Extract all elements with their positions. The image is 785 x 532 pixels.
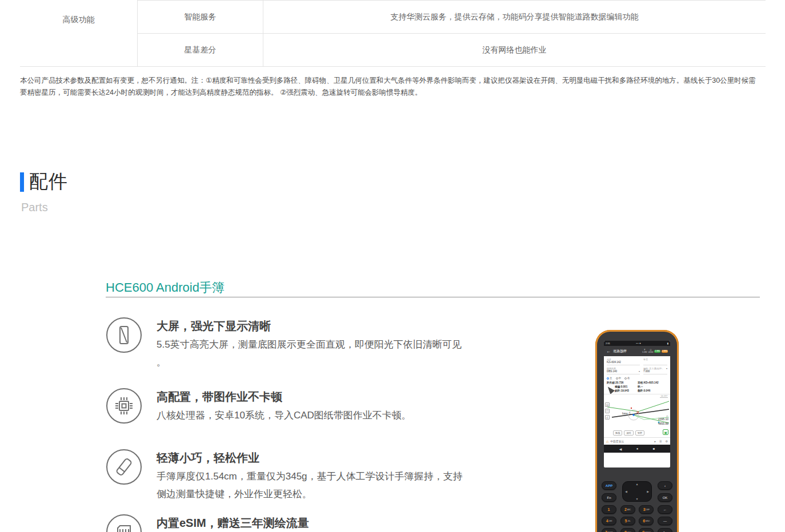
antenna-indicator: Ŧ 1.182 (642, 349, 647, 353)
feature-item: 轻薄小巧，轻松作业 手簿厚度仅1.54cm，重量仅为345g，基于人体工学设计手… (106, 449, 483, 503)
accent-bar (20, 172, 24, 192)
battery-icon: ▮ (667, 342, 668, 345)
svg-text:base_1: base_1 (622, 412, 631, 415)
product-title: HCE600 Android手簿 (106, 279, 225, 296)
device-body: 2:31 ▪ ▪ ✦ ▮ ← 道路放样 Ŧ 1.182 ⛁ 42/44 (597, 332, 677, 532)
key-1: 1 (602, 505, 616, 514)
physical-keypad: APP ▲ ▼ ◀ ▶ ‹ Fn OK 1 2ABC 3DEF (602, 481, 672, 532)
product-page: 高级功能 智能服务 支持华测云服务，提供云存储，功能码分享提供智能道路数据编辑功… (0, 0, 785, 532)
feature-title: 轻薄小巧，轻松作业 (157, 449, 470, 466)
nav-home-icon: ● (636, 447, 639, 450)
back-key: ‹ (658, 481, 672, 490)
svg-text:4855.88: 4855.88 (658, 422, 668, 425)
nav-back-icon: ◀ (619, 447, 622, 451)
back-arrow-icon: ← (606, 349, 611, 354)
stakeout-stats: 距目标:20.736里程:KD+605.142 横偏:0.001纵:-- 斜距:… (604, 381, 670, 393)
feature-desc: 手簿厚度仅1.54cm，重量仅为345g，基于人体工学设计手簿握持，支持侧边测量… (157, 467, 470, 503)
chevron-down-icon: ▾ (666, 367, 667, 370)
key-7: 7PQRS (602, 528, 616, 532)
sim-card-icon (106, 514, 142, 532)
switch-line-button: 换线 (613, 430, 622, 436)
cpu-icon (106, 388, 142, 424)
line-list-field: 线路列表 DBS.140▾ (607, 367, 640, 374)
section-subtitle: Parts (21, 201, 68, 214)
key-8: 8TUV (620, 528, 635, 532)
device-screen: 2:31 ▪ ▪ ✦ ▮ ← 道路放样 Ŧ 1.182 ⛁ 42/44 (604, 341, 670, 467)
select-box-icon: ☐ (605, 409, 610, 413)
map-view: 14.197 base_1 2395.10 4855.88 (604, 394, 670, 437)
magnifier-icon: ⌕ (666, 414, 668, 418)
aa-key: Aa (658, 528, 672, 532)
space-key: — (658, 517, 672, 525)
key-5: 5JKL (620, 517, 635, 525)
key-4: 4GHI (602, 517, 616, 525)
status-bar: 2:31 ▪ ▪ ✦ ▮ (604, 341, 670, 346)
point-name-field: 点名 KZ+604.142 (607, 358, 640, 365)
feature-desc: 八核处理器，安卓10系统，导入CAD图纸带图作业不卡顿。 (157, 406, 470, 424)
spec-value-cell: 支持华测云服务，提供云存储，功能码分享提供智能道路数据编辑功能 (263, 1, 766, 33)
android-nav-bar: ◀ ● ■ (604, 445, 670, 453)
map-tool-column: ▤ ☐ ∠ (605, 402, 610, 420)
feature-item: 内置eSIM，赠送三年测绘流量 (106, 514, 483, 532)
spec-value-cell: 没有网络也能作业 (263, 34, 766, 66)
nav-recents-icon: ■ (653, 447, 655, 450)
disclaimer-text: 本公司产品技术参数及配置如有变更，恕不另行通知。注：①精度和可靠性会受到多路径、… (20, 75, 758, 99)
key-9: 9WXYZ (639, 528, 654, 532)
table-row: 星基差分 没有网络也能作业 (138, 33, 766, 66)
handheld-controller-image: 2:31 ▪ ▪ ✦ ▮ ← 道路放样 Ŧ 1.182 ⛁ 42/44 (595, 330, 679, 532)
spec-name-cell: 智能服务 (138, 1, 263, 33)
fn-key: Fn (602, 493, 616, 502)
app-bar: ← 道路放样 Ŧ 1.182 ⛁ 42/44 2.880 2.894 (604, 346, 670, 356)
spec-category-cell: 高级功能 (20, 0, 137, 66)
offset-field: 偏距: 左-1.两点(中..▾ 7.000 (643, 367, 667, 374)
key-6: 6MNO (639, 517, 654, 525)
divider (106, 297, 760, 297)
key-3: 3DEF (639, 505, 654, 514)
stakeout-form: 点名 KZ+604.142 备注 线路列表 DBS.140▾ (604, 356, 670, 374)
spec-rows: 智能服务 支持华测云服务，提供云存储，功能码分享提供智能道路数据编辑功能 星基差… (137, 0, 766, 66)
map-buttons: 换线 设站 放样 (613, 430, 644, 436)
table-row: 智能服务 支持华测云服务，提供云存储，功能码分享提供智能道路数据编辑功能 (138, 0, 766, 33)
angle-icon: ∠ (605, 415, 610, 420)
section-title: 配件 (29, 169, 68, 195)
feature-desc: 5.5英寸高亮大屏，测量底图展示更全面直观，即便阳光下依旧清晰可见 。 (157, 336, 470, 371)
status-time: 2:31 (606, 342, 610, 345)
layers-icon: ▤ (605, 402, 610, 407)
status-icons: ▪ ▪ ✦ (636, 342, 641, 345)
radio-icon (624, 377, 627, 380)
arrow-icon: ▸ (655, 440, 656, 443)
app-key: APP (602, 481, 616, 490)
side-radio-group: 主 中 右 (604, 376, 670, 381)
radio-icon (616, 377, 618, 380)
ok-key: OK (658, 493, 672, 502)
set-station-button: 设站 (624, 430, 633, 436)
menu-icon: ☰ (659, 440, 662, 443)
save-icon: ▣ (663, 429, 668, 435)
footer-label: 中日星安云 (610, 440, 624, 443)
radio-selected-icon (607, 377, 609, 380)
section-header: 配件 Parts (20, 169, 68, 214)
dpad-up-icon: ▲ (636, 482, 639, 486)
key-2: 2ABC (620, 505, 635, 514)
precision-chip-orange: 2.894 (662, 350, 668, 353)
feature-title: 大屏，强光下显示清晰 (157, 317, 470, 334)
spec-table: 高级功能 智能服务 支持华测云服务，提供云存储，功能码分享提供智能道路数据编辑功… (20, 0, 766, 67)
screen-phone-icon (106, 317, 142, 353)
satellite-indicator: ⛁ 42/44 (648, 349, 654, 353)
stakeout-button: 放样 (635, 430, 644, 436)
home-icon: ⌂ (606, 440, 608, 444)
map-scale-label: 14.197 (660, 395, 668, 398)
backspace-key: ← (658, 505, 672, 514)
app-title: 道路放样 (613, 349, 627, 354)
screen-footer-bar: ⌂ 中日星安云 ▸ ☰ ⚙ (604, 437, 670, 445)
precision-chip-green: 2.880 (654, 350, 660, 353)
chevron-down-icon: ▾ (639, 370, 640, 373)
remark-field: 备注 (643, 358, 667, 365)
tilted-device-icon (106, 449, 142, 485)
gear-icon: ⚙ (666, 440, 668, 443)
feature-title: 高配置，带图作业不卡顿 (157, 388, 470, 405)
feature-title: 内置eSIM，赠送三年测绘流量 (157, 514, 470, 531)
feature-list: 大屏，强光下显示清晰 5.5英寸高亮大屏，测量底图展示更全面直观，即便阳光下依旧… (106, 317, 483, 532)
spec-name-cell: 星基差分 (138, 34, 263, 66)
feature-item: 高配置，带图作业不卡顿 八核处理器，安卓10系统，导入CAD图纸带图作业不卡顿。 (106, 388, 483, 424)
